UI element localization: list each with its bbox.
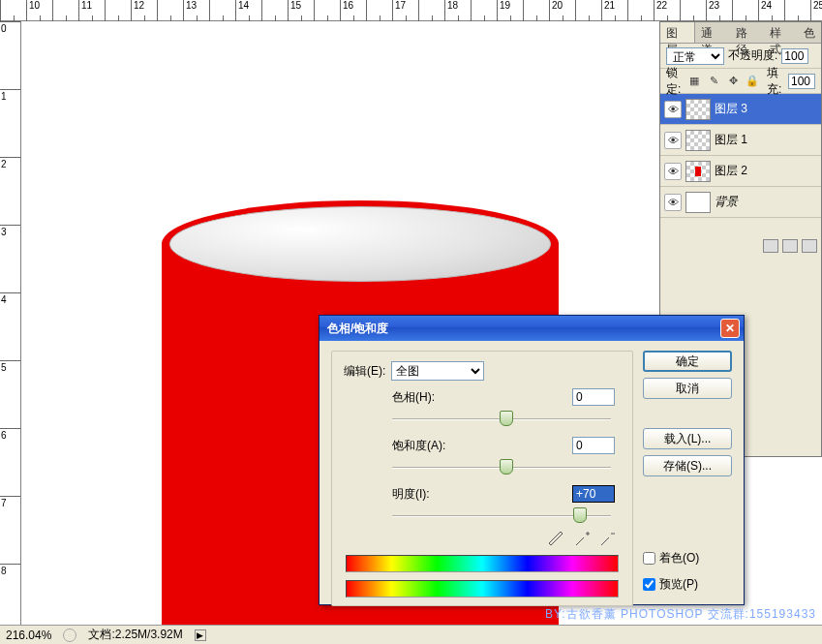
- status-bar: 216.04% 文档:2.25M/3.92M ▶: [0, 625, 822, 644]
- layer-name: 图层 1: [715, 132, 747, 148]
- layer-name: 背景: [715, 194, 738, 210]
- visibility-icon[interactable]: 👁: [664, 163, 682, 180]
- visibility-icon[interactable]: 👁: [664, 132, 682, 149]
- layer-row[interactable]: 👁图层 2: [660, 156, 821, 187]
- slider-track[interactable]: [392, 505, 621, 528]
- fill-input[interactable]: [788, 74, 815, 89]
- status-icon: [63, 629, 76, 642]
- fill-label: 填充:: [767, 65, 784, 98]
- layer-thumb: [685, 161, 711, 182]
- colorize-checkbox[interactable]: [643, 552, 655, 565]
- eyedropper-minus-icon[interactable]: [599, 532, 615, 547]
- blend-mode-select[interactable]: 正常: [666, 47, 724, 65]
- ok-button[interactable]: 确定: [643, 351, 732, 372]
- panel-tab[interactable]: 路径: [730, 22, 764, 43]
- slider-track[interactable]: [392, 456, 621, 479]
- edit-label: 编辑(E):: [344, 363, 385, 380]
- preview-checkbox[interactable]: [643, 578, 655, 591]
- panel-tab[interactable]: 样式: [764, 22, 798, 43]
- slider-input[interactable]: [572, 485, 615, 503]
- layer-thumb: [685, 99, 711, 120]
- visibility-icon[interactable]: 👁: [664, 101, 682, 118]
- panel-tool-icon[interactable]: [782, 239, 798, 253]
- ruler-vertical: 0123456789: [0, 21, 21, 625]
- doc-size: 文档:2.25M/3.92M: [88, 627, 182, 643]
- opacity-input[interactable]: [781, 48, 808, 64]
- preview-label: 预览(P): [659, 576, 698, 593]
- watermark: BY:古欲香薰 PHOTOSHOP 交流群:155193433: [545, 606, 816, 623]
- dialog-title: 色相/饱和度: [327, 321, 388, 337]
- layer-thumb: [685, 130, 711, 151]
- lock-transparent-icon[interactable]: ▦: [687, 75, 701, 88]
- cancel-button[interactable]: 取消: [643, 378, 732, 399]
- hue-saturation-dialog[interactable]: 色相/饱和度 ✕ 编辑(E): 全图 色相(H):饱和度(A):明度(I): 确…: [319, 315, 745, 605]
- close-icon[interactable]: ✕: [720, 319, 740, 338]
- panel-tab[interactable]: 色: [798, 22, 821, 43]
- slider-thumb[interactable]: [500, 411, 513, 426]
- lock-all-icon[interactable]: 🔒: [746, 75, 759, 88]
- layer-name: 图层 2: [715, 163, 747, 179]
- chevron-right-icon[interactable]: ▶: [195, 629, 206, 641]
- ruler-horizontal: 10 11 12 13 14 15 16 17 18 19 20 21 22 2…: [0, 0, 822, 21]
- slider-label: 明度(I):: [392, 486, 430, 503]
- eyedropper-icon[interactable]: [549, 532, 564, 547]
- layer-row[interactable]: 👁图层 1: [660, 125, 821, 156]
- load-button[interactable]: 载入(L)...: [643, 428, 732, 449]
- slider-track[interactable]: [392, 408, 621, 431]
- slider-thumb[interactable]: [573, 507, 587, 523]
- edit-select[interactable]: 全图: [391, 361, 484, 381]
- slider-label: 色相(H):: [392, 389, 435, 406]
- panel-tab[interactable]: 通道: [695, 22, 729, 43]
- layer-thumb: [685, 192, 711, 213]
- visibility-icon[interactable]: 👁: [664, 194, 682, 211]
- zoom-level[interactable]: 216.04%: [6, 629, 51, 642]
- slider-input[interactable]: [572, 437, 615, 454]
- panel-tool-icon[interactable]: [763, 239, 778, 253]
- layer-row[interactable]: 👁背景: [660, 187, 821, 218]
- save-button[interactable]: 存储(S)...: [643, 455, 732, 476]
- slider-label: 饱和度(A):: [392, 438, 445, 454]
- opacity-label: 不透明度:: [728, 47, 777, 64]
- layer-name: 图层 3: [715, 101, 747, 117]
- hue-gradient-result: [346, 580, 619, 598]
- lock-label: 锁定:: [666, 65, 684, 98]
- slider-thumb[interactable]: [500, 459, 513, 475]
- eyedropper-plus-icon[interactable]: [574, 532, 590, 547]
- lock-paint-icon[interactable]: ✎: [707, 75, 720, 88]
- hue-gradient: [346, 555, 619, 572]
- colorize-label: 着色(O): [659, 550, 699, 567]
- panel-tool-icon[interactable]: [802, 239, 817, 253]
- layer-row[interactable]: 👁图层 3: [660, 94, 821, 125]
- dialog-titlebar[interactable]: 色相/饱和度 ✕: [320, 316, 744, 341]
- slider-input[interactable]: [572, 388, 615, 406]
- panel-tab[interactable]: 图层: [660, 22, 695, 43]
- lock-move-icon[interactable]: ✥: [726, 75, 740, 88]
